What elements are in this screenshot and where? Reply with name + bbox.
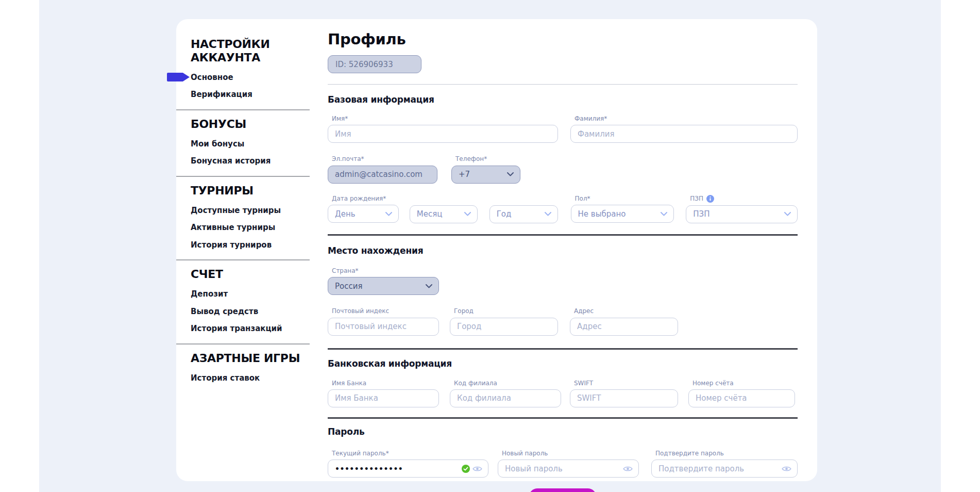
chevron-down-icon — [426, 284, 432, 288]
postal-code-label: Почтовый индекс — [332, 307, 439, 315]
bank-info-heading: Банковская информация — [328, 358, 798, 369]
confirm-password-label: Подтвердите пароль — [655, 450, 798, 457]
country-value: Россия — [335, 282, 363, 291]
sidebar-divider — [176, 343, 310, 345]
chevron-down-icon — [545, 212, 551, 216]
last-name-input[interactable] — [570, 125, 798, 143]
account-settings-card: НАСТРОЙКИ АККАУНТА Основное Верификация … — [176, 19, 817, 481]
birth-year-select[interactable]: Год — [489, 205, 558, 223]
gender-value: Не выбрано — [578, 209, 626, 219]
pzp-label: ПЗП — [690, 195, 703, 202]
birth-date-label: Дата рождения* — [332, 195, 399, 202]
chevron-down-icon — [507, 172, 514, 176]
section-divider — [328, 234, 798, 236]
sidebar-item-label: Депозит — [191, 289, 228, 299]
sidebar-section-account: НАСТРОЙКИ АККАУНТА Основное Верификация — [176, 38, 310, 102]
chevron-down-icon — [464, 212, 471, 216]
branch-code-label: Код филиала — [454, 380, 561, 387]
sidebar-item-active-tournaments[interactable]: Активные турниры — [191, 223, 275, 232]
city-input[interactable] — [450, 318, 558, 336]
sidebar-item-bonus-history[interactable]: Бонусная история — [191, 157, 271, 166]
section-divider — [328, 348, 798, 350]
new-password-input[interactable] — [498, 460, 639, 478]
sidebar-section-gambling: АЗАРТНЫЕ ИГРЫ История ставок — [176, 352, 310, 385]
account-number-input[interactable] — [688, 389, 795, 407]
birth-month-select[interactable]: Месяц — [410, 205, 478, 223]
active-item-arrow-icon — [167, 73, 190, 81]
location-heading: Место нахождения — [328, 245, 798, 256]
new-password-label: Новый пароль — [502, 450, 639, 457]
divider — [328, 84, 798, 85]
birth-day-value: День — [335, 209, 356, 219]
phone-label: Телефон* — [455, 155, 520, 162]
sidebar-item-main[interactable]: Основное — [191, 73, 233, 82]
sidebar-item-label: Бонусная история — [191, 156, 271, 166]
section-divider — [328, 417, 798, 419]
eye-icon[interactable] — [623, 465, 633, 472]
chevron-down-icon — [784, 212, 791, 216]
profile-main: Профиль ID: 526906933 Базовая информация… — [310, 19, 817, 481]
sidebar-item-verification[interactable]: Верификация — [191, 90, 252, 99]
sidebar-item-label: История транзакций — [191, 324, 282, 333]
current-password-label: Текущий пароль* — [332, 450, 488, 457]
sidebar-section-bonuses: БОНУСЫ Мои бонусы Бонусная история — [176, 118, 310, 169]
first-name-input[interactable] — [328, 125, 558, 143]
postal-code-input[interactable] — [328, 318, 439, 336]
branch-code-input[interactable] — [450, 389, 561, 407]
email-label: Эл.почта* — [332, 155, 437, 162]
sidebar-section-account-money: СЧЕТ Депозит Вывод средств История транз… — [176, 268, 310, 336]
sidebar-item-label: Активные турниры — [191, 223, 275, 232]
sidebar-item-my-bonuses[interactable]: Мои бонусы — [191, 140, 244, 149]
birth-day-select[interactable]: День — [328, 205, 399, 223]
valid-check-icon — [462, 465, 470, 473]
confirm-password-input[interactable] — [651, 460, 798, 478]
country-select: Россия — [328, 277, 439, 295]
save-button[interactable]: СОХРАНИТЬ — [529, 488, 597, 492]
sidebar-item-label: Верификация — [191, 90, 252, 99]
sidebar-section-tournaments: ТУРНИРЫ Доступные турниры Активные турни… — [176, 184, 310, 252]
sidebar-title-gambling: АЗАРТНЫЕ ИГРЫ — [191, 352, 310, 365]
address-input[interactable] — [570, 318, 678, 336]
chevron-down-icon — [661, 212, 667, 216]
sidebar-item-deposit[interactable]: Депозит — [191, 290, 228, 299]
sidebar-divider — [176, 259, 310, 260]
password-heading: Пароль — [328, 427, 798, 437]
sidebar-item-label: Основное — [191, 73, 233, 82]
player-id-field: ID: 526906933 — [328, 55, 421, 73]
last-name-label: Фамилия* — [575, 115, 798, 122]
sidebar: НАСТРОЙКИ АККАУНТА Основное Верификация … — [176, 19, 310, 481]
swift-label: SWIFT — [574, 380, 678, 387]
swift-input[interactable] — [570, 389, 678, 407]
address-label: Адрес — [574, 307, 678, 315]
account-number-label: Номер счёта — [692, 380, 795, 387]
sidebar-item-transaction-history[interactable]: История транзакций — [191, 324, 282, 333]
sidebar-item-available-tournaments[interactable]: Доступные турниры — [191, 206, 281, 215]
sidebar-item-bets-history[interactable]: История ставок — [191, 374, 260, 383]
bank-name-input[interactable] — [328, 389, 439, 407]
page-title: Профиль — [328, 30, 798, 48]
gender-label: Пол* — [575, 195, 674, 202]
phone-code-select: +7 — [451, 166, 520, 184]
sidebar-title-account: СЧЕТ — [191, 268, 310, 281]
pzp-select[interactable]: ПЗП — [686, 205, 798, 223]
country-label: Страна* — [332, 267, 439, 274]
sidebar-item-label: История турниров — [191, 240, 272, 250]
chevron-down-icon — [385, 212, 392, 216]
sidebar-item-label: Доступные турниры — [191, 206, 281, 215]
info-icon[interactable] — [706, 195, 714, 203]
bank-name-label: Имя Банка — [332, 380, 439, 387]
sidebar-item-withdrawal[interactable]: Вывод средств — [191, 307, 258, 316]
sidebar-title-account-settings: НАСТРОЙКИ АККАУНТА — [191, 38, 310, 64]
sidebar-item-label: Вывод средств — [191, 307, 258, 316]
sidebar-title-tournaments: ТУРНИРЫ — [191, 184, 310, 198]
birth-year-value: Год — [497, 209, 512, 219]
sidebar-item-tournament-history[interactable]: История турниров — [191, 241, 272, 250]
eye-icon[interactable] — [782, 465, 791, 472]
eye-icon[interactable] — [472, 465, 482, 472]
basic-info-heading: Базовая информация — [328, 94, 798, 105]
sidebar-divider — [176, 109, 310, 110]
phone-code-value: +7 — [459, 170, 470, 179]
birth-month-value: Месяц — [417, 209, 443, 219]
sidebar-title-bonuses: БОНУСЫ — [191, 118, 310, 131]
gender-select[interactable]: Не выбрано — [571, 205, 674, 223]
